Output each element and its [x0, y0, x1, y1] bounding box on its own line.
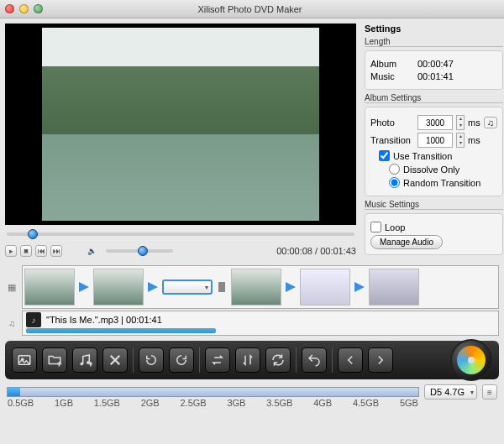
svg-marker-4 [354, 282, 365, 292]
add-folder-button[interactable]: + [42, 347, 67, 373]
add-photo-button[interactable] [12, 347, 37, 373]
usage-ticks: 0.5GB1GB1.5GB2GB2.5GB3GB3.5GB4GB4.5GB5GB [8, 398, 418, 408]
disc-type-select[interactable]: D5 4.7G [424, 384, 477, 400]
svg-rect-2 [218, 282, 225, 292]
play-button[interactable]: ▸ [5, 245, 17, 257]
transition-icon[interactable] [76, 269, 92, 306]
audio-file-icon: ♪ [26, 312, 41, 327]
thumbnail[interactable] [24, 269, 75, 306]
video-preview [5, 24, 356, 225]
use-transition-checkbox[interactable] [379, 150, 390, 161]
thumbnail[interactable] [231, 269, 281, 306]
svg-text:+: + [89, 361, 93, 368]
music-length-label: Music [370, 71, 414, 81]
transition-stepper[interactable]: ▴▾ [456, 133, 465, 148]
ms-label: ms [468, 118, 480, 128]
use-transition-label: Use Transition [393, 151, 452, 161]
toolbar: + + [5, 341, 499, 379]
window-title: Xilisoft Photo DVD Maker [43, 4, 457, 14]
photo-stepper[interactable]: ▴▾ [456, 115, 465, 130]
next-button[interactable]: ⏭ [50, 245, 62, 257]
loop-label: Loop [385, 222, 405, 232]
transition-icon[interactable] [145, 269, 160, 306]
svg-marker-1 [148, 282, 158, 292]
ms-label-2: ms [468, 135, 480, 145]
dissolve-only-label: Dissolve Only [403, 165, 459, 175]
music-length-value: 00:01:41 [417, 71, 497, 81]
random-transition-radio[interactable] [389, 177, 400, 188]
transition-icon[interactable] [214, 269, 229, 306]
music-settings-label: Music Settings [365, 200, 503, 210]
photo-strip-icon: ▦ [5, 282, 18, 293]
undo-button[interactable] [302, 347, 327, 373]
thumbnail[interactable] [300, 269, 350, 306]
transition-duration-input[interactable] [417, 133, 453, 148]
timecode: 00:00:08 / 00:01:43 [276, 246, 356, 256]
audio-strip-icon: ♫ [5, 318, 18, 328]
delete-button[interactable] [102, 347, 128, 373]
svg-marker-3 [286, 282, 296, 292]
svg-point-8 [81, 363, 83, 365]
titlebar: Xilisoft Photo DVD Maker [0, 0, 504, 18]
audio-duration-bar [26, 328, 216, 333]
audio-filename: "This Is Me.".mp3 | 00:01:41 [46, 315, 162, 325]
move-right-button[interactable] [368, 347, 393, 373]
rotate-ccw-button[interactable] [139, 347, 164, 373]
sort-button[interactable] [235, 347, 260, 373]
photo-duration-input[interactable] [417, 115, 453, 130]
album-settings-label: Album Settings [365, 93, 503, 103]
prev-button[interactable]: ⏮ [35, 245, 47, 257]
rotate-cw-button[interactable] [169, 347, 194, 373]
thumbnail[interactable] [369, 269, 419, 306]
disc-usage-bar: 0.5GB1GB1.5GB2GB2.5GB3GB3.5GB4GB4.5GB5GB [7, 387, 419, 397]
random-transition-label: Random Transition [403, 178, 480, 188]
audio-timeline[interactable]: ♪ "This Is Me.".mp3 | 00:01:41 [22, 311, 499, 336]
manage-audio-button[interactable]: Manage Audio [370, 235, 443, 249]
volume-slider[interactable] [106, 249, 173, 253]
burn-disc-button[interactable] [450, 339, 492, 381]
thumbnail[interactable] [93, 269, 144, 306]
photo-timeline[interactable] [22, 265, 499, 309]
zoom-window-button[interactable] [34, 4, 43, 13]
album-length-value: 00:00:47 [417, 59, 497, 69]
refresh-button[interactable] [265, 347, 291, 373]
seek-slider[interactable] [7, 232, 354, 236]
dissolve-only-radio[interactable] [389, 164, 400, 175]
minimize-window-button[interactable] [19, 4, 29, 13]
transition-duration-label: Transition [370, 135, 414, 145]
album-length-label: Album [370, 59, 414, 69]
move-left-button[interactable] [338, 347, 363, 373]
transition-icon[interactable] [352, 269, 367, 306]
more-options-button[interactable]: ≡ [482, 384, 497, 400]
thumbnail-selected[interactable] [162, 279, 213, 295]
add-music-button[interactable]: + [72, 347, 97, 373]
stop-button[interactable]: ■ [20, 245, 32, 257]
mute-button[interactable]: 🔈 [86, 245, 97, 257]
photo-duration-label: Photo [370, 118, 414, 128]
svg-marker-0 [79, 282, 89, 292]
length-group-label: Length [365, 37, 503, 47]
transition-icon[interactable] [283, 269, 298, 306]
close-window-button[interactable] [5, 4, 14, 13]
swap-button[interactable] [205, 347, 230, 373]
music-note-icon[interactable]: ♫ [484, 117, 497, 128]
settings-heading: Settings [365, 24, 503, 34]
loop-checkbox[interactable] [370, 222, 381, 232]
svg-text:+: + [57, 361, 61, 368]
